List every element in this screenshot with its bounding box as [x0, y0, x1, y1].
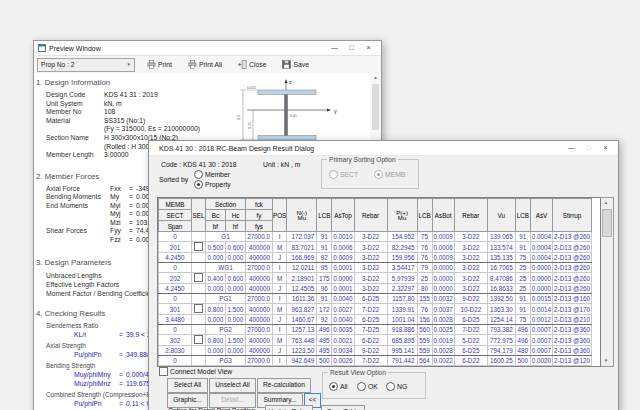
rebar-cell: 7-D22: [354, 356, 387, 366]
header-astop[interactable]: AsTop: [332, 199, 354, 232]
header-pos[interactable]: POS: [273, 199, 287, 232]
force-label: End Moments: [46, 202, 110, 211]
close-icon[interactable]: ×: [360, 41, 377, 55]
header-span[interactable]: Span: [159, 221, 192, 232]
row-select-checkbox[interactable]: [194, 273, 203, 282]
header-sel[interactable]: SEL: [192, 199, 206, 232]
header-fy[interactable]: fy: [246, 210, 273, 221]
prop-no-select[interactable]: Prop No : 2 ▼: [37, 58, 135, 72]
header-sect[interactable]: SECT: [159, 210, 192, 221]
row-select-checkbox[interactable]: [194, 335, 203, 344]
header-hf[interactable]: hf: [226, 221, 246, 232]
asbot-cell: 0.0009: [432, 232, 454, 242]
hc-cell: 0.600: [226, 242, 246, 253]
hc-cell: 0.000: [226, 284, 246, 294]
radio-icon: [357, 382, 366, 391]
maximize-icon[interactable]: □: [343, 41, 360, 55]
update-rebar-button[interactable]: Update Rebar: [265, 405, 313, 410]
pmu-cell: 1339.91: [387, 304, 417, 315]
header-memb[interactable]: MEMB: [159, 199, 192, 210]
header-lcb-1[interactable]: LCB: [317, 199, 332, 232]
save-button[interactable]: Save: [278, 58, 313, 72]
fck-cell: 27000.0: [246, 232, 273, 242]
radio-ok[interactable]: OK: [357, 382, 378, 391]
select-all-button[interactable]: Select All: [167, 378, 208, 393]
lcb-cell: 480: [515, 346, 530, 356]
pmu-cell: 82.2945: [387, 242, 417, 253]
scrollbar-thumb[interactable]: [602, 209, 612, 237]
check-name: KL/r: [74, 330, 116, 339]
header-n-mu[interactable]: N(-)Mu: [287, 199, 317, 232]
header-asbot[interactable]: AsBot: [432, 199, 454, 232]
header-vu[interactable]: Vu: [487, 199, 515, 232]
unselect-all-button[interactable]: Unselect All: [209, 378, 256, 393]
lcb-cell: 75: [417, 232, 432, 242]
fy-cell: 400000: [246, 346, 273, 356]
pos-cell: M: [273, 304, 287, 315]
header-lcb-2[interactable]: LCB: [417, 199, 432, 232]
stirrup-cell: 2-D13 @170: [553, 304, 592, 315]
lcb-cell: 95: [317, 263, 332, 273]
minimize-icon[interactable]: —: [563, 141, 580, 155]
equals-sign: =: [116, 370, 126, 379]
row-select-checkbox[interactable]: [194, 304, 203, 313]
span-cell: 202: [159, 273, 192, 284]
header-stirrup[interactable]: Stirrup: [553, 199, 592, 232]
sel-cell[interactable]: [192, 304, 206, 315]
close-icon[interactable]: ×: [597, 141, 614, 155]
asbot-cell: 0.0006: [432, 242, 454, 253]
radio-property[interactable]: Property: [194, 180, 231, 189]
lcb-cell: 495: [317, 346, 332, 356]
scroll-up-icon[interactable]: ▲: [370, 73, 381, 83]
pmu-cell: 995.141: [387, 346, 417, 356]
scroll-up-icon[interactable]: ▲: [601, 198, 611, 208]
row-select-checkbox[interactable]: [194, 242, 203, 251]
bc-cell: 0.000: [206, 284, 226, 294]
radio-all[interactable]: All: [329, 382, 348, 391]
header-bc[interactable]: Bc: [206, 210, 226, 221]
equals-sign: =: [116, 350, 126, 359]
header-rebar-top[interactable]: Rebar: [354, 199, 387, 232]
hc-cell: 0.600: [226, 273, 246, 284]
header-rebar-bot[interactable]: Rebar: [454, 199, 487, 232]
minimize-icon[interactable]: —: [326, 41, 343, 55]
header-lcb-3[interactable]: LCB: [515, 199, 530, 232]
scroll-down-icon[interactable]: ▼: [601, 356, 611, 366]
graphic-button[interactable]: Graphic...: [167, 393, 208, 408]
header-asv[interactable]: AsV: [530, 199, 552, 232]
rebar-cell: 6-D22: [354, 335, 387, 346]
table-row: 0WG127000.0I12.0211950.00013-D223.544177…: [159, 263, 592, 273]
recalculation-button[interactable]: Re-calculation: [257, 378, 311, 393]
pos-cell: I: [273, 356, 287, 366]
scrollbar-thumb[interactable]: [372, 84, 379, 130]
radio-member[interactable]: Member: [194, 170, 230, 179]
rebar-cell: 7-D22: [354, 304, 387, 315]
info-value: kN, m: [104, 100, 122, 109]
section-name-cell: PG3: [206, 356, 246, 366]
table-scrollbar[interactable]: ▲ ▼: [601, 197, 614, 367]
header-fck[interactable]: fck: [246, 199, 273, 210]
pmu-cell: 154.952: [387, 232, 417, 242]
header-fys[interactable]: fys: [246, 221, 273, 232]
result-table: MEMB SEL Section fck POS N(-)Mu LCB AsTo…: [158, 198, 592, 367]
radio-ng[interactable]: NG: [386, 382, 407, 391]
close-preview-button[interactable]: Close: [234, 58, 270, 72]
header-p-mu[interactable]: P(+)Mu: [387, 199, 417, 232]
sel-cell[interactable]: [192, 273, 206, 284]
print-all-button[interactable]: Print All: [184, 58, 226, 72]
pmu-cell: 2.32297: [387, 284, 417, 294]
sel-cell[interactable]: [192, 335, 206, 346]
hc-cell: 1.500: [226, 335, 246, 346]
table-row: 3.44800.0000.000400000J1460.67920.00406-…: [159, 315, 592, 325]
header-bf[interactable]: bf: [206, 221, 226, 232]
rebar-cell: 9-D22: [454, 294, 487, 304]
astop-cell: 0.0010: [332, 232, 354, 242]
header-hc[interactable]: Hc: [226, 210, 246, 221]
header-section[interactable]: Section: [206, 199, 246, 210]
sel-cell[interactable]: [192, 242, 206, 253]
copy-table-button[interactable]: Copy Table: [321, 405, 365, 410]
fy-cell: 400000: [246, 242, 273, 253]
connect-model-view-checkbox[interactable]: Connect Model View: [159, 367, 232, 376]
print-button[interactable]: Print: [143, 58, 176, 72]
lcb-cell: 76: [417, 242, 432, 253]
